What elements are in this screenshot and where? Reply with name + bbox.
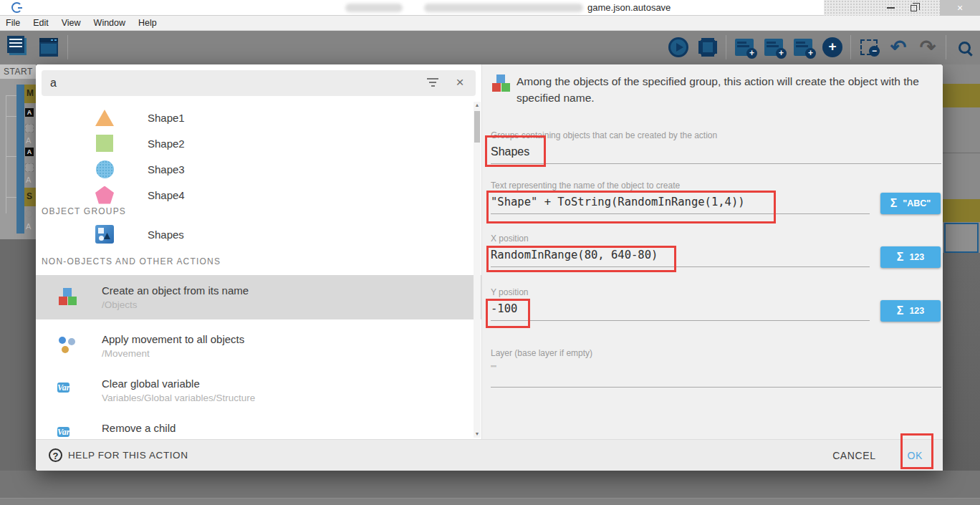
annotation-box-x-position [486, 246, 676, 272]
list-scrollbar[interactable]: ▲ ▼ [474, 102, 481, 438]
groups-value[interactable]: Shapes [491, 145, 941, 158]
menu-window[interactable]: Window [87, 16, 132, 29]
toolbar-separator [67, 35, 68, 59]
cancel-button[interactable]: CANCEL [832, 450, 875, 461]
menu-edit[interactable]: Edit [27, 16, 55, 29]
delete-event-icon[interactable]: − [858, 35, 880, 59]
other-actions-header: NON-OBJECTS AND OTHER ACTIONS [42, 256, 221, 266]
scroll-down-icon[interactable]: ▼ [474, 431, 481, 438]
menu-help[interactable]: Help [132, 16, 163, 29]
menu-view[interactable]: View [55, 16, 87, 29]
tab-start-label: START [0, 67, 33, 77]
background-comment-row [943, 84, 980, 107]
action-description: Among the objects of the specified group… [491, 73, 935, 106]
field-layer: Layer (base layer if empty) "" [491, 348, 941, 388]
movement-icon [57, 335, 79, 357]
undo-icon[interactable]: ↶ [887, 35, 910, 59]
annotation-box-groups [485, 135, 546, 167]
object-groups-header: OBJECT GROUPS [42, 206, 126, 216]
instruction-list-panel: × Shape1 Shape2 Shape3 Shape4 OBJECT GRO… [36, 64, 481, 471]
sigma-icon: Σ [897, 304, 904, 317]
redacted-title-segment [345, 4, 403, 12]
action-badge-a: A [25, 108, 34, 117]
menu-file[interactable]: File [6, 16, 27, 29]
preview-window-icon[interactable] [37, 35, 60, 59]
background-comment-row [943, 199, 980, 222]
debug-icon[interactable] [696, 35, 719, 59]
filter-icon[interactable] [427, 78, 438, 88]
object-item-shape3[interactable]: Shape3 [36, 156, 476, 182]
window-title: game.json.autosave [587, 2, 671, 13]
action-item-create-object[interactable]: Create an object from its name /Objects [36, 275, 481, 319]
play-icon[interactable] [667, 35, 690, 59]
dialog-footer: ? HELP FOR THIS ACTION CANCEL OK [36, 439, 943, 471]
annotation-box-ok [900, 433, 933, 469]
annotation-box-y-position [486, 299, 530, 328]
pentagon-shape-icon [95, 186, 114, 204]
annotation-box-object-name [486, 191, 776, 223]
event-circle-icon [25, 210, 33, 218]
title-bar: game.json.autosave × [0, 0, 980, 16]
background-dark-area [0, 239, 36, 471]
event-dashed-icon [25, 163, 34, 172]
circle-shape-icon [95, 160, 114, 178]
event-dashed-icon [25, 124, 34, 133]
expression-builder-abc-button[interactable]: Σ "ABC" [880, 193, 941, 214]
action-item-clear-global-variable[interactable]: Var Clear global variable Variables/Glob… [36, 368, 476, 413]
field-y-position: Y position -100 [491, 287, 870, 321]
action-item-apply-movement[interactable]: Apply movement to all objects /Movement [36, 324, 476, 368]
variable-icon: Var [57, 380, 79, 401]
minimize-button[interactable] [880, 0, 901, 16]
event-comment-s: S [24, 188, 36, 206]
object-group-icon [95, 225, 114, 244]
scrollbar-thumb[interactable] [474, 111, 480, 143]
grey-a-label: A [26, 136, 31, 145]
create-object-icon [491, 73, 509, 95]
toolbar-separator [850, 35, 851, 59]
search-input[interactable] [50, 74, 394, 92]
search-bar: × [42, 70, 476, 96]
event-condition-bar [16, 85, 24, 234]
add-comment-icon[interactable]: + [792, 35, 815, 59]
restore-button[interactable] [903, 0, 924, 16]
field-groups: Groups containing objects that can be cr… [491, 130, 941, 164]
expression-builder-123-button-x[interactable]: Σ 123 [880, 246, 941, 268]
background-events-sheet: M A A A A S A [0, 79, 36, 239]
y-position-expression[interactable]: -100 [491, 302, 870, 315]
toolbar-separator [726, 35, 726, 59]
object-item-shape1[interactable]: Shape1 [36, 105, 476, 130]
background-bottom-area [0, 471, 980, 505]
sigma-icon: Σ [897, 251, 904, 264]
add-circle-icon[interactable]: + [821, 35, 844, 59]
search-icon[interactable] [953, 35, 976, 59]
object-item-shape4[interactable]: Shape4 [36, 182, 476, 208]
expression-builder-123-button-y[interactable]: Σ 123 [880, 300, 941, 322]
create-object-icon [57, 287, 79, 308]
help-icon: ? [49, 448, 62, 462]
layer-placeholder[interactable]: "" [491, 364, 941, 372]
background-selected-event [944, 223, 979, 253]
app-window: game.json.autosave × File Edit View Wind… [0, 0, 980, 505]
square-shape-icon [95, 134, 114, 153]
scroll-up-icon[interactable]: ▲ [474, 102, 481, 109]
project-manager-icon[interactable] [7, 35, 30, 59]
background-tab-start: START [0, 64, 36, 79]
close-window-button[interactable]: × [940, 0, 980, 16]
main-toolbar: + + + + − ↶ ↷ [0, 31, 980, 64]
close-dialog-icon[interactable]: × [451, 74, 469, 91]
event-comment-m: M [24, 85, 36, 103]
redacted-path-segment [424, 4, 583, 12]
object-item-shape2[interactable]: Shape2 [36, 130, 476, 156]
action-badge-a: A [25, 148, 34, 156]
add-subevent-icon[interactable]: + [762, 35, 785, 59]
group-item-shapes[interactable]: Shapes [36, 221, 476, 248]
grey-a-label: A [26, 175, 31, 184]
background-right-strip [943, 64, 980, 471]
toolbar-separator [946, 35, 946, 59]
gdevelop-logo-icon [11, 2, 22, 13]
menu-bar: File Edit View Window Help [0, 16, 980, 31]
triangle-shape-icon [95, 108, 114, 127]
add-event-icon[interactable]: + [733, 35, 756, 59]
redo-icon[interactable]: ↷ [916, 35, 939, 59]
help-for-action-button[interactable]: ? HELP FOR THIS ACTION [49, 448, 188, 462]
